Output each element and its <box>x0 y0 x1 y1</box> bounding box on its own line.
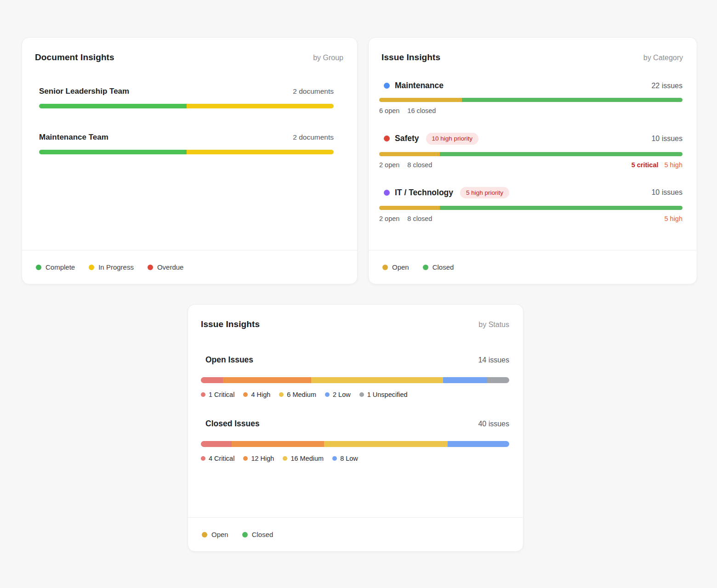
bar-segment-low[interactable] <box>448 441 509 447</box>
category-dot-icon <box>384 136 390 141</box>
category-row-header: Maintenance22 issues <box>379 81 683 90</box>
bar-segment-in-progress[interactable] <box>187 104 334 108</box>
category-stats: 2 open8 closed5 critical5 high <box>379 161 683 169</box>
bar-segment-medium[interactable] <box>311 377 444 383</box>
stacked-progress-bar[interactable] <box>201 441 509 447</box>
card-title: Document Insights <box>35 52 114 62</box>
severity-counts: 5 high <box>664 215 683 222</box>
issue-count: 10 issues <box>651 135 683 143</box>
card-header: Document Insights by Group <box>22 38 357 62</box>
priority-legend-item: 2 Low <box>325 391 351 398</box>
issue-count: 22 issues <box>651 82 683 90</box>
group-row-header: Senior Leadership Team2 documents <box>39 87 334 96</box>
overdue-dot-icon <box>148 265 153 270</box>
bar-segment-low[interactable] <box>443 377 487 383</box>
bar-segment-high[interactable] <box>232 441 324 447</box>
priority-breakdown: 1 Critical4 High6 Medium2 Low1 Unspecifi… <box>201 391 509 398</box>
in-progress-dot-icon <box>89 265 94 270</box>
document-insights-card: Document Insights by Group Senior Leader… <box>22 37 358 284</box>
legend-item: In Progress <box>89 263 134 271</box>
status-name: Closed Issues <box>205 419 260 429</box>
bar-segment-medium[interactable] <box>324 441 447 447</box>
category-row-header: IT / Technology5 high priority10 issues <box>379 187 683 199</box>
card-subtitle-by-status: by Status <box>478 321 509 329</box>
16-medium-dot-icon <box>283 456 287 461</box>
bar-segment-closed[interactable] <box>440 206 683 210</box>
legend-label: 4 High <box>251 391 270 398</box>
priority-legend-item: 12 High <box>243 455 274 462</box>
priority-breakdown: 4 Critical12 High16 Medium8 Low <box>201 455 509 462</box>
legend-label: 4 Critical <box>209 455 234 462</box>
category-rows: Maintenance22 issues6 open16 closedSafet… <box>369 62 697 250</box>
stacked-progress-bar[interactable] <box>201 377 509 383</box>
category-row-header: Safety10 high priority10 issues <box>379 133 683 145</box>
priority-legend-item: 6 Medium <box>279 391 316 398</box>
category-dot-icon <box>384 83 390 89</box>
bar-segment-unspecified[interactable] <box>487 377 509 383</box>
stacked-progress-bar[interactable] <box>379 152 683 156</box>
status-section: Closed Issues40 issues4 Critical12 High1… <box>201 419 509 462</box>
bar-segment-in-progress[interactable] <box>187 150 334 154</box>
document-rows: Senior Leadership Team2 documentsMainten… <box>22 62 357 250</box>
issue-count: 14 issues <box>478 356 509 364</box>
bar-segment-complete[interactable] <box>39 150 187 154</box>
priority-legend-item: 16 Medium <box>283 455 324 462</box>
stacked-progress-bar[interactable] <box>39 150 334 154</box>
bar-segment-closed[interactable] <box>440 152 683 156</box>
4-high-dot-icon <box>243 392 248 397</box>
legend-label: In Progress <box>98 263 134 271</box>
legend-item: Open <box>202 531 228 538</box>
status-sections: Open Issues14 issues1 Critical4 High6 Me… <box>188 329 523 517</box>
high-priority-badge: 5 high priority <box>460 187 509 199</box>
legend-label: Closed <box>432 263 454 271</box>
legend-label: 6 Medium <box>287 391 316 398</box>
bar-segment-open[interactable] <box>379 152 440 156</box>
status-section: Open Issues14 issues1 Critical4 High6 Me… <box>201 355 509 398</box>
card-title: Issue Insights <box>381 52 440 62</box>
stat-text: 2 open <box>379 161 399 169</box>
legend-label: Overdue <box>157 263 184 271</box>
severity-counts: 5 critical5 high <box>632 161 683 169</box>
legend-label: 1 Unspecified <box>367 391 408 398</box>
issue-count: 10 issues <box>651 188 683 197</box>
bar-segment-high[interactable] <box>223 377 311 383</box>
stacked-progress-bar[interactable] <box>39 104 334 108</box>
legend-label: Complete <box>46 263 75 271</box>
status-section-header: Closed Issues40 issues <box>201 419 509 429</box>
stacked-progress-bar[interactable] <box>379 98 683 102</box>
issue-insights-by-status-card: Issue Insights by Status Open Issues14 i… <box>188 304 524 552</box>
open-closed-counts: 2 open8 closed <box>379 161 432 169</box>
legend-item: Complete <box>36 263 75 271</box>
legend-label: 1 Critical <box>209 391 234 398</box>
card-subtitle-by-group: by Group <box>313 54 343 62</box>
stat-text: 8 closed <box>407 161 432 169</box>
bar-segment-critical[interactable] <box>201 377 223 383</box>
bar-segment-open[interactable] <box>379 98 462 102</box>
legend-label: 2 Low <box>333 391 351 398</box>
category-name: Maintenance <box>395 81 444 90</box>
category-row: Maintenance22 issues6 open16 closed <box>379 81 683 114</box>
document-count: 2 documents <box>293 133 334 141</box>
2-low-dot-icon <box>325 392 330 397</box>
open-closed-counts: 6 open16 closed <box>379 107 436 114</box>
legend-item: Open <box>382 263 409 271</box>
12-high-dot-icon <box>243 456 248 461</box>
legend-item: Closed <box>423 263 454 271</box>
bar-segment-critical[interactable] <box>201 441 232 447</box>
bar-segment-open[interactable] <box>379 206 440 210</box>
group-row-header: Maintenance Team2 documents <box>39 133 334 142</box>
stat-text: 6 open <box>379 107 399 114</box>
issue-count: 40 issues <box>478 420 509 428</box>
6-medium-dot-icon <box>279 392 284 397</box>
stacked-progress-bar[interactable] <box>379 206 683 210</box>
closed-dot-icon <box>423 265 428 270</box>
category-name: Safety <box>395 134 419 143</box>
card-subtitle-by-category: by Category <box>643 54 683 62</box>
legend-label: Closed <box>252 531 273 538</box>
legend-item: Closed <box>242 531 273 538</box>
bar-segment-closed[interactable] <box>462 98 683 102</box>
card-title: Issue Insights <box>201 319 260 329</box>
bar-segment-complete[interactable] <box>39 104 187 108</box>
document-count: 2 documents <box>293 87 334 96</box>
category-stats: 6 open16 closed <box>379 107 683 114</box>
